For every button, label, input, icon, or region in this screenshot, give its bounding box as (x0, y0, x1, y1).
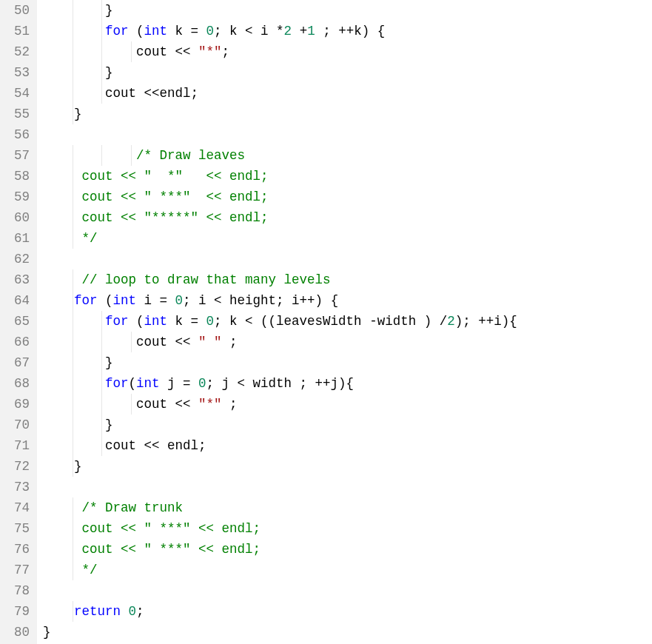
code-line[interactable]: cout << "*"; (43, 41, 652, 62)
code-line[interactable]: cout <<endl; (43, 83, 652, 104)
code-line[interactable]: /* Draw trunk (43, 497, 652, 518)
indent (43, 272, 82, 287)
code-line[interactable]: for(int j = 0; j < width ; ++j){ (43, 373, 652, 394)
code-token: int (136, 376, 160, 391)
code-token: cout << (136, 44, 198, 59)
code-editor: 5051525354555657585960616263646566676869… (0, 0, 652, 644)
indent-guide (73, 145, 73, 166)
indent-guide (101, 0, 102, 21)
line-number: 80 (4, 622, 30, 643)
code-token: } (105, 3, 113, 18)
code-line[interactable]: cout << endl; (43, 435, 652, 456)
indent (43, 231, 82, 246)
line-number: 72 (4, 456, 30, 477)
line-number: 70 (4, 415, 30, 435)
code-token: + (292, 24, 307, 38)
code-line[interactable]: /* Draw leaves (43, 145, 652, 166)
code-line[interactable]: } (43, 0, 652, 21)
line-number: 56 (4, 124, 30, 145)
line-number: 69 (4, 394, 30, 415)
indent-guide (101, 373, 102, 394)
code-token: ( (129, 376, 137, 391)
indent-guide (73, 497, 73, 518)
code-line[interactable]: cout << " ***" << endl; (43, 518, 652, 539)
code-token: } (105, 355, 113, 370)
indent-guide (73, 456, 73, 477)
line-number: 61 (4, 228, 30, 249)
indent (43, 542, 82, 557)
code-line[interactable]: for (int k = 0; k < i *2 +1 ; ++k) { (43, 21, 652, 41)
code-line[interactable]: } (43, 415, 652, 435)
code-line[interactable]: } (43, 622, 652, 643)
code-line[interactable]: */ (43, 228, 652, 249)
line-number: 64 (4, 290, 30, 311)
indent-guide (101, 311, 102, 332)
code-line[interactable]: cout << " ***" << endl; (43, 539, 652, 560)
code-token: ( (129, 314, 144, 329)
indent (43, 44, 136, 59)
line-number: 60 (4, 207, 30, 228)
line-number: 77 (4, 560, 30, 580)
indent (43, 148, 136, 163)
indent-guide (101, 352, 102, 373)
line-number: 51 (4, 21, 30, 41)
code-token: ; (222, 335, 238, 349)
code-line[interactable] (43, 249, 652, 269)
code-line[interactable]: } (43, 456, 652, 477)
indent-guide (73, 228, 73, 249)
code-line[interactable] (43, 580, 652, 601)
code-line[interactable]: cout << " ***" << endl; (43, 187, 652, 207)
indent (43, 189, 82, 204)
code-token: ; i < height; i++) { (183, 293, 338, 308)
indent (43, 563, 82, 577)
code-line[interactable]: cout << " *" << endl; (43, 166, 652, 187)
code-line[interactable]: // loop to draw that many levels (43, 269, 652, 290)
code-token: i = (136, 293, 175, 308)
code-line[interactable]: } (43, 104, 652, 124)
code-line[interactable]: for (int i = 0; i < height; i++) { (43, 290, 652, 311)
code-line[interactable] (43, 477, 652, 497)
code-line[interactable] (43, 124, 652, 145)
code-token: } (43, 625, 51, 640)
indent-guide (131, 394, 132, 415)
code-token: ; j < width ; ++j){ (206, 376, 354, 391)
indent-guide (131, 145, 132, 166)
indent (43, 210, 82, 225)
code-line[interactable]: } (43, 62, 652, 83)
line-number: 68 (4, 373, 30, 394)
code-token: " " (198, 335, 222, 349)
code-token: ( (98, 293, 113, 308)
code-line[interactable]: */ (43, 560, 652, 580)
indent (43, 376, 105, 391)
code-token: 0 (198, 376, 206, 391)
code-token: cout << (136, 335, 198, 349)
code-token: "*" (198, 397, 222, 412)
code-token: for (105, 24, 129, 38)
code-token: ; k < i * (214, 24, 284, 38)
indent (43, 293, 74, 308)
code-token: 0 (129, 604, 137, 619)
code-line[interactable]: cout << " " ; (43, 332, 652, 352)
code-token: 0 (206, 24, 215, 38)
code-line[interactable]: for (int k = 0; k < ((leavesWidth -width… (43, 311, 652, 332)
code-token: ; ++k) { (315, 24, 386, 38)
line-number: 52 (4, 41, 30, 62)
code-line[interactable]: } (43, 352, 652, 373)
indent-guide (73, 21, 73, 41)
code-area[interactable]: } for (int k = 0; k < i *2 +1 ; ++k) { c… (37, 0, 652, 644)
code-token: 1 (307, 24, 315, 38)
line-number: 67 (4, 352, 30, 373)
code-token: 2 (447, 314, 455, 329)
indent-guide (73, 166, 73, 187)
indent (43, 65, 105, 80)
code-token: j = (160, 376, 199, 391)
indent-guide (101, 62, 102, 83)
code-line[interactable]: cout << "*****" << endl; (43, 207, 652, 228)
code-token: ; (136, 604, 144, 619)
indent-guide (73, 311, 73, 332)
line-number: 74 (4, 497, 30, 518)
indent (43, 604, 74, 619)
code-line[interactable]: cout << "*" ; (43, 394, 652, 415)
code-token: /* Draw leaves (136, 148, 245, 163)
code-line[interactable]: return 0; (43, 601, 652, 622)
